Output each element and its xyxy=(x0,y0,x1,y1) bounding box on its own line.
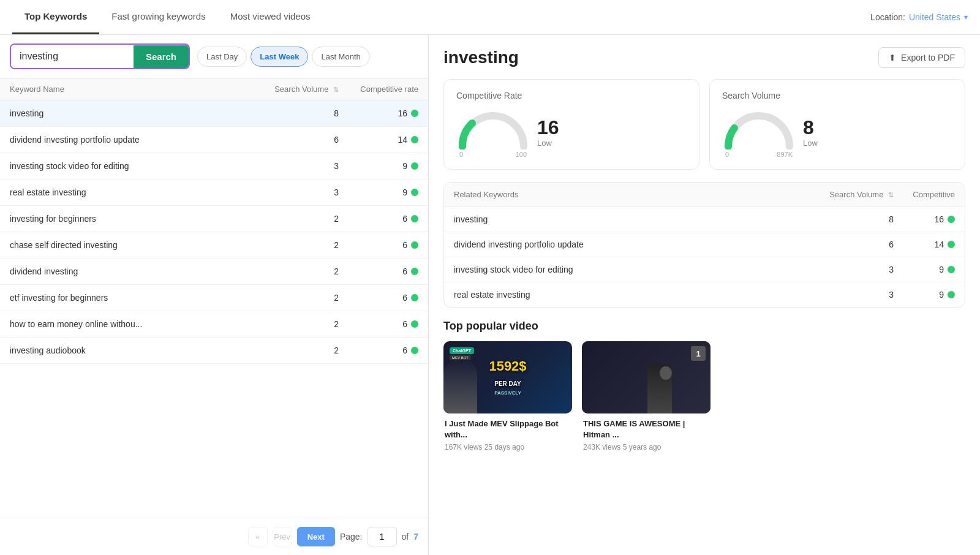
next-page-button[interactable]: Next xyxy=(297,527,335,546)
volume-cell: 2 xyxy=(259,293,339,303)
rate-cell: 6 xyxy=(339,319,418,329)
table-row[interactable]: dividend investing 2 6 xyxy=(0,259,428,285)
table-row[interactable]: etf investing for beginners 2 6 xyxy=(0,285,428,311)
time-filters: Last Day Last Week Last Month xyxy=(197,47,370,67)
rate-cell: 6 xyxy=(339,240,418,250)
rel-keyword-cell: real estate investing xyxy=(454,290,814,300)
table-row[interactable]: chase self directed investing 2 6 xyxy=(0,232,428,259)
page-input[interactable] xyxy=(368,527,397,546)
related-row[interactable]: investing stock video for editing 3 9 xyxy=(444,257,965,282)
col-search-volume[interactable]: Search Volume ⇅ xyxy=(259,85,339,94)
rel-keyword-cell: dividend investing portfolio update xyxy=(454,240,814,249)
volume-cell: 3 xyxy=(259,161,339,171)
rate-dot xyxy=(948,266,955,273)
first-page-button[interactable]: « xyxy=(248,527,268,546)
table-row[interactable]: real estate investing 3 9 xyxy=(0,179,428,206)
volume-cell: 2 xyxy=(259,319,339,329)
competitive-rate-title: Competitive Rate xyxy=(456,91,687,100)
video-card[interactable]: 1 THIS GAME IS AWESOME | Hitman ... 243K… xyxy=(582,341,710,451)
video-card[interactable]: ChatGPT MEV BOT 1592$PER DAY PASSIVELY I… xyxy=(443,341,572,451)
search-volume-title: Search Volume xyxy=(722,91,952,100)
rate-dot xyxy=(411,241,418,249)
related-col-volume[interactable]: Search Volume ⇅ xyxy=(814,190,894,199)
rel-volume-cell: 8 xyxy=(814,214,894,224)
video-info: I Just Made MEV Slippage Bot with... 167… xyxy=(443,413,572,451)
search-input[interactable] xyxy=(11,45,134,68)
tab-fast-growing[interactable]: Fast growing keywords xyxy=(99,0,217,34)
volume-cell: 2 xyxy=(259,214,339,224)
keyword-title: investing xyxy=(443,48,519,67)
related-row[interactable]: dividend investing portfolio update 6 14 xyxy=(444,232,965,257)
rate-dot xyxy=(411,215,418,222)
right-panel: investing ⬆ Export to PDF Competitive Ra… xyxy=(429,35,980,555)
right-title-row: investing ⬆ Export to PDF xyxy=(443,47,965,68)
rate-dot xyxy=(411,268,418,275)
video-badge: 1 xyxy=(691,346,706,361)
sv-gauge-min: 0 xyxy=(725,151,729,158)
of-label: of xyxy=(402,532,409,542)
video-title: I Just Made MEV Slippage Bot with... xyxy=(445,418,571,440)
keyword-cell: dividend investing xyxy=(10,266,259,276)
table-row[interactable]: investing stock video for editing 3 9 xyxy=(0,153,428,179)
keyword-cell: etf investing for beginners xyxy=(10,293,259,303)
keyword-cell: dividend investing portfolio update xyxy=(10,135,259,145)
search-volume-number: 8 xyxy=(803,118,814,137)
search-box: Search xyxy=(10,43,190,69)
location-label: Location: xyxy=(870,12,905,22)
keyword-cell: investing xyxy=(10,108,259,118)
related-col-keyword: Related Keywords xyxy=(454,190,814,199)
table-row[interactable]: dividend investing portfolio update 6 14 xyxy=(0,127,428,153)
table-row[interactable]: investing for beginners 2 6 xyxy=(0,206,428,232)
export-button[interactable]: ⬆ Export to PDF xyxy=(878,47,965,68)
volume-cell: 2 xyxy=(259,240,339,250)
competitive-rate-card: Competitive Rate 0 100 xyxy=(443,79,699,170)
competitive-rate-quality: Low xyxy=(537,138,552,148)
top-nav: Top Keywords Fast growing keywords Most … xyxy=(0,0,980,35)
tab-most-viewed[interactable]: Most viewed videos xyxy=(218,0,323,34)
video-cards: ChatGPT MEV BOT 1592$PER DAY PASSIVELY I… xyxy=(443,341,965,451)
popular-title: Top popular video xyxy=(443,320,965,333)
keyword-cell: investing audiobook xyxy=(10,345,259,355)
volume-cell: 6 xyxy=(259,135,339,145)
keyword-cell: how to earn money online withou... xyxy=(10,319,259,329)
search-volume-card: Search Volume 0 897K xyxy=(709,79,965,170)
table-row[interactable]: investing 8 16 xyxy=(0,100,428,127)
related-row[interactable]: real estate investing 3 9 xyxy=(444,282,965,307)
video-thumbnail: ChatGPT MEV BOT 1592$PER DAY PASSIVELY xyxy=(443,341,572,413)
keyword-cell: investing stock video for editing xyxy=(10,161,259,171)
table-row[interactable]: investing audiobook 2 6 xyxy=(0,338,428,364)
search-volume-value-block: 8 Low xyxy=(803,118,818,148)
volume-cell: 8 xyxy=(259,108,339,118)
gauge-cards: Competitive Rate 0 100 xyxy=(443,79,965,170)
popular-video-section: Top popular video ChatGPT MEV BOT 1592$P… xyxy=(443,320,965,451)
tab-top-keywords[interactable]: Top Keywords xyxy=(12,0,99,34)
gauge-max: 100 xyxy=(516,151,527,158)
volume-cell: 2 xyxy=(259,266,339,276)
video-meta: 167K views 25 days ago xyxy=(445,443,571,451)
rel-volume-cell: 3 xyxy=(814,265,894,274)
prev-page-button[interactable]: Prev xyxy=(273,527,292,546)
related-header: Related Keywords Search Volume ⇅ Competi… xyxy=(444,183,965,207)
rate-dot xyxy=(411,347,418,354)
rate-cell: 6 xyxy=(339,345,418,355)
rate-cell: 14 xyxy=(339,135,418,145)
rel-volume-cell: 3 xyxy=(814,290,894,300)
volume-cell: 3 xyxy=(259,187,339,197)
time-btn-last-month[interactable]: Last Month xyxy=(312,47,369,67)
rate-dot xyxy=(948,291,955,298)
rate-cell: 6 xyxy=(339,214,418,224)
rel-rate-cell: 16 xyxy=(894,214,955,224)
time-btn-last-week[interactable]: Last Week xyxy=(251,47,308,67)
rate-dot xyxy=(948,216,955,223)
search-filter-bar: Search Last Day Last Week Last Month xyxy=(0,35,428,78)
related-keywords-section: Related Keywords Search Volume ⇅ Competi… xyxy=(443,182,965,308)
search-button[interactable]: Search xyxy=(134,45,189,68)
related-row[interactable]: investing 8 16 xyxy=(444,207,965,232)
competitive-rate-value-block: 16 Low xyxy=(537,118,559,148)
rel-rate-cell: 9 xyxy=(894,265,955,274)
table-row[interactable]: how to earn money online withou... 2 6 xyxy=(0,311,428,338)
time-btn-last-day[interactable]: Last Day xyxy=(197,47,247,67)
left-panel: Search Last Day Last Week Last Month Key… xyxy=(0,35,429,555)
location-value[interactable]: United States xyxy=(909,12,960,22)
sv-gauge-max: 897K xyxy=(777,151,793,158)
